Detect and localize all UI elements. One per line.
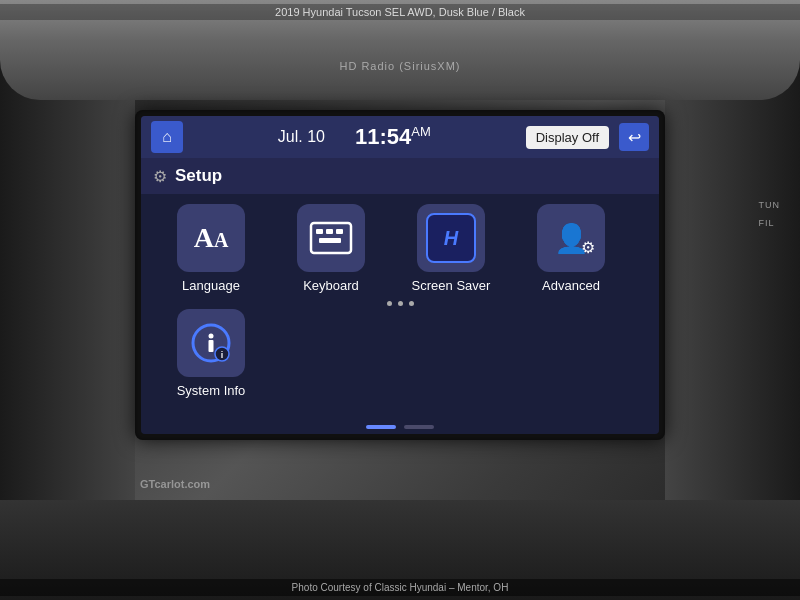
svg-rect-3 bbox=[336, 229, 343, 234]
language-label: Language bbox=[182, 278, 240, 293]
language-icon-item[interactable]: AA Language bbox=[156, 204, 266, 293]
keyboard-label: Keyboard bbox=[303, 278, 359, 293]
setup-title: Setup bbox=[175, 166, 222, 186]
advanced-icon-box: 👤⚙ bbox=[537, 204, 605, 272]
screensaver-icon-box: H bbox=[417, 204, 485, 272]
watermark: GTcarlot.com bbox=[140, 478, 210, 490]
page-dot-1[interactable] bbox=[366, 425, 396, 429]
svg-rect-8 bbox=[209, 340, 214, 352]
date-display: Jul. 10 bbox=[278, 128, 325, 146]
screensaver-label: Screen Saver bbox=[412, 278, 491, 293]
tun-label: TUN bbox=[759, 200, 781, 210]
setup-gear-icon: ⚙ bbox=[153, 167, 167, 186]
svg-rect-2 bbox=[326, 229, 333, 234]
keyboard-icon-item[interactable]: Keyboard bbox=[276, 204, 386, 293]
date-time-display: Jul. 10 11:54AM bbox=[193, 124, 516, 150]
sysinfo-icon-item[interactable]: i System Info bbox=[156, 309, 266, 398]
header-bar: ⌂ Jul. 10 11:54AM Display Off ↩ bbox=[141, 116, 659, 158]
fil-label: FIL bbox=[759, 218, 781, 228]
sysinfo-icon: i bbox=[186, 318, 236, 368]
right-controls: TUN FIL bbox=[759, 200, 781, 228]
screensaver-icon-item[interactable]: H Screen Saver bbox=[396, 204, 506, 293]
screensaver-icon: H bbox=[426, 213, 476, 263]
hyundai-h-logo: H bbox=[444, 227, 458, 250]
sysinfo-label: System Info bbox=[177, 383, 246, 398]
time-value: 11:54 bbox=[355, 124, 411, 149]
advanced-label: Advanced bbox=[542, 278, 600, 293]
ampm-display: AM bbox=[411, 124, 431, 139]
setup-bar: ⚙ Setup bbox=[141, 158, 659, 194]
infotainment-screen: ⌂ Jul. 10 11:54AM Display Off ↩ ⚙ Setup bbox=[141, 116, 659, 434]
home-icon: ⌂ bbox=[162, 128, 172, 146]
keyboard-icon-box bbox=[297, 204, 365, 272]
advanced-icon-item[interactable]: 👤⚙ Advanced bbox=[516, 204, 626, 293]
back-icon: ↩ bbox=[628, 128, 641, 147]
dot-2 bbox=[398, 301, 403, 306]
display-off-button[interactable]: Display Off bbox=[526, 126, 609, 149]
dot-3 bbox=[409, 301, 414, 306]
svg-text:i: i bbox=[221, 350, 224, 360]
page-indicators bbox=[141, 420, 659, 434]
icons-grid: AA Language Keyboa bbox=[141, 194, 659, 420]
radio-strip: HD Radio (SiriusXM) bbox=[339, 60, 460, 72]
page-dot-2[interactable] bbox=[404, 425, 434, 429]
sysinfo-icon-box: i bbox=[177, 309, 245, 377]
dots-separator bbox=[156, 301, 644, 306]
time-display: 11:54AM bbox=[355, 124, 431, 150]
screen-bezel: ⌂ Jul. 10 11:54AM Display Off ↩ ⚙ Setup bbox=[135, 110, 665, 440]
keyboard-icon bbox=[309, 221, 353, 255]
svg-point-7 bbox=[209, 334, 214, 339]
icons-row-1: AA Language Keyboa bbox=[156, 204, 644, 293]
advanced-icon: 👤⚙ bbox=[554, 222, 589, 255]
icons-row-2: i System Info bbox=[156, 309, 644, 398]
language-icon: AA bbox=[194, 224, 229, 252]
dot-1 bbox=[387, 301, 392, 306]
svg-rect-1 bbox=[316, 229, 323, 234]
car-title: 2019 Hyundai Tucson SEL AWD, Dusk Blue /… bbox=[0, 4, 800, 20]
photo-credit: Photo Courtesy of Classic Hyundai – Ment… bbox=[0, 579, 800, 596]
language-icon-box: AA bbox=[177, 204, 245, 272]
home-button[interactable]: ⌂ bbox=[151, 121, 183, 153]
svg-rect-4 bbox=[319, 238, 341, 243]
back-button[interactable]: ↩ bbox=[619, 123, 649, 151]
